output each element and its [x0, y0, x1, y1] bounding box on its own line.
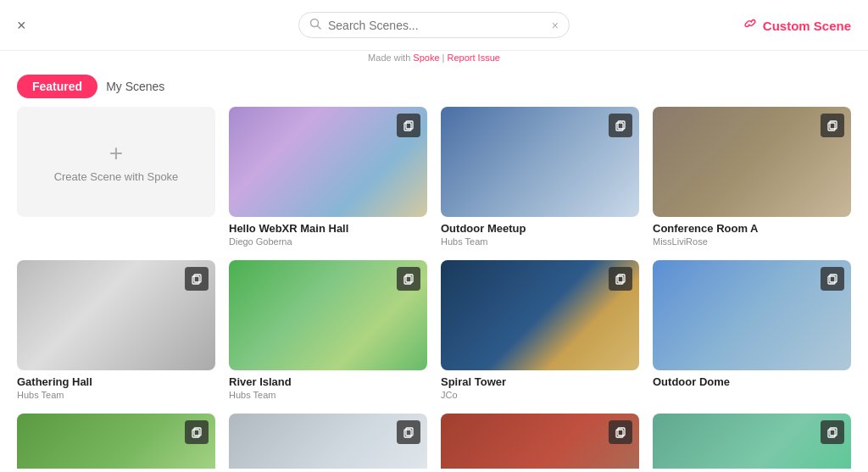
svg-rect-3 [406, 121, 413, 129]
svg-rect-5 [618, 121, 625, 129]
create-scene-card[interactable]: + Create Scene with Spoke [17, 107, 215, 247]
header: × × Custom Scene [0, 0, 868, 51]
scene-card-floating-island[interactable] [653, 414, 851, 469]
scene-title-river-island: River Island [229, 375, 427, 388]
svg-rect-15 [830, 275, 837, 282]
create-plus-icon: + [109, 142, 123, 165]
scene-card-rock-boat[interactable] [229, 414, 427, 469]
copy-scene-button[interactable] [397, 114, 420, 137]
scene-card-river-island[interactable]: River IslandHubs Team [229, 260, 427, 400]
scene-author-spiral-tower: JCo [441, 390, 639, 400]
tab-my-scenes[interactable]: My Scenes [106, 80, 164, 93]
scene-card-gathering-hall[interactable]: Gathering HallHubs Team [17, 260, 215, 400]
scene-author-gathering-hall: Hubs Team [17, 390, 215, 400]
scene-card-spiral-tower[interactable]: Spiral TowerJCo [441, 260, 639, 400]
scene-card-hello-webxr[interactable]: Hello WebXR Main HallDiego Goberna [229, 107, 427, 247]
tab-featured[interactable]: Featured [17, 75, 97, 98]
svg-rect-13 [618, 275, 625, 282]
svg-rect-17 [194, 428, 201, 436]
scene-title-gathering-hall: Gathering Hall [17, 375, 215, 388]
copy-scene-button[interactable] [609, 114, 632, 137]
svg-rect-9 [194, 275, 201, 282]
scene-thumbnail-hello-webxr [229, 107, 427, 217]
search-input[interactable] [328, 19, 552, 32]
copy-scene-button[interactable] [185, 267, 209, 291]
scene-thumbnail-outdoor-meetup [441, 107, 639, 217]
scene-title-outdoor-dome: Outdoor Dome [653, 375, 851, 388]
copy-scene-button[interactable] [609, 420, 632, 444]
search-icon [309, 18, 321, 32]
scene-title-outdoor-meetup: Outdoor Meetup [441, 222, 639, 235]
svg-rect-21 [618, 428, 625, 436]
scene-thumbnail-spiral-tower [441, 260, 639, 370]
copy-scene-button[interactable] [397, 420, 420, 444]
svg-rect-23 [830, 428, 837, 436]
create-scene-label: Create Scene with Spoke [54, 170, 179, 183]
svg-rect-19 [406, 428, 413, 436]
made-with-text: Made with Spoke | Report Issue [0, 51, 868, 66]
spoke-link[interactable]: Spoke [413, 53, 439, 63]
scene-title-hello-webxr: Hello WebXR Main Hall [229, 222, 427, 235]
scene-author-outdoor-meetup: Hubs Team [441, 236, 639, 247]
scene-thumbnail-conference-room-a [653, 107, 851, 217]
scene-grid: + Create Scene with Spoke Hello WebXR Ma… [0, 107, 868, 469]
scene-thumbnail-rock-boat [229, 414, 427, 469]
custom-scene-label: Custom Scene [763, 18, 851, 32]
scene-card-outdoor-dome[interactable]: Outdoor Dome [653, 260, 851, 400]
copy-scene-button[interactable] [185, 420, 209, 444]
svg-rect-11 [406, 275, 413, 282]
scene-title-spiral-tower: Spiral Tower [441, 375, 639, 388]
create-scene-thumbnail[interactable]: + Create Scene with Spoke [17, 107, 215, 217]
tabs-container: Featured My Scenes [0, 66, 868, 107]
scene-author-hello-webxr: Diego Goberna [229, 236, 427, 247]
search-clear-button[interactable]: × [552, 19, 559, 32]
custom-scene-button[interactable]: Custom Scene [743, 15, 851, 35]
copy-scene-button[interactable] [821, 420, 844, 444]
scene-card-interior[interactable] [441, 414, 639, 469]
scene-thumbnail-interior [441, 414, 639, 469]
copy-scene-button[interactable] [397, 267, 420, 291]
scene-thumbnail-valley [17, 414, 215, 469]
close-button[interactable]: × [17, 18, 26, 33]
link-icon [743, 15, 758, 35]
scene-thumbnail-outdoor-dome [653, 260, 851, 370]
scene-card-outdoor-meetup[interactable]: Outdoor MeetupHubs Team [441, 107, 639, 247]
scene-author-conference-room-a: MissLiviRose [653, 236, 851, 247]
copy-scene-button[interactable] [821, 267, 844, 291]
report-issue-link[interactable]: Report Issue [448, 53, 500, 63]
scene-thumbnail-river-island [229, 260, 427, 370]
search-container: × [298, 12, 570, 38]
scene-card-valley[interactable] [17, 414, 215, 469]
scene-thumbnail-floating-island [653, 414, 851, 469]
scene-author-river-island: Hubs Team [229, 390, 427, 400]
svg-line-1 [318, 26, 321, 30]
copy-scene-button[interactable] [609, 267, 632, 291]
scene-title-conference-room-a: Conference Room A [653, 222, 851, 235]
copy-scene-button[interactable] [821, 114, 844, 137]
scene-thumbnail-gathering-hall [17, 260, 215, 370]
scene-card-conference-room-a[interactable]: Conference Room AMissLiviRose [653, 107, 851, 247]
svg-rect-7 [830, 121, 837, 129]
